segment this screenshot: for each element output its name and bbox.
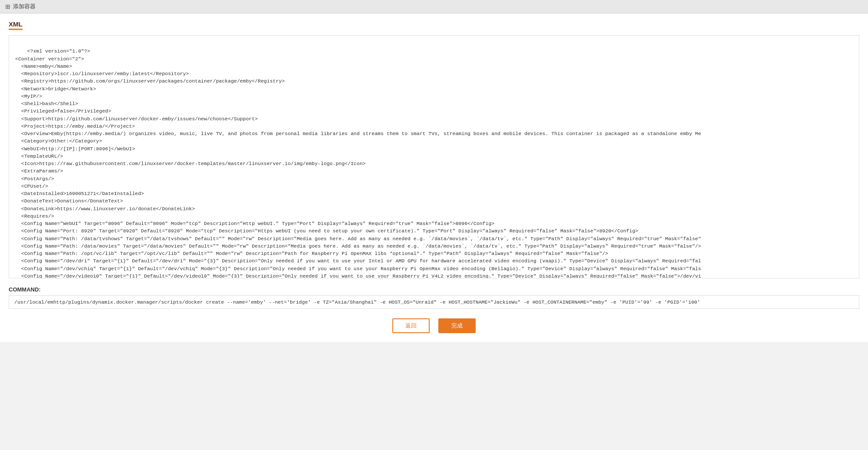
grid-icon: ⊞ (5, 3, 10, 10)
top-bar-title: 添加容器 (13, 3, 36, 10)
button-row: 返回 完成 (9, 318, 859, 333)
command-label: COMMAND: (9, 286, 859, 293)
main-content: XML <?xml version="1.0"?> <Container ver… (0, 13, 868, 342)
top-bar: ⊞ 添加容器 (0, 0, 868, 13)
command-section: COMMAND: /usr/local/emhttp/plugins/dynam… (9, 286, 859, 309)
xml-section-title: XML (9, 20, 23, 30)
command-value[interactable]: /usr/local/emhttp/plugins/dynamix.docker… (9, 295, 859, 309)
back-button[interactable]: 返回 (392, 318, 430, 333)
confirm-button[interactable]: 完成 (438, 318, 476, 333)
xml-content-box[interactable]: <?xml version="1.0"?> <Container version… (9, 35, 859, 278)
xml-text: <?xml version="1.0"?> <Container version… (15, 48, 701, 278)
